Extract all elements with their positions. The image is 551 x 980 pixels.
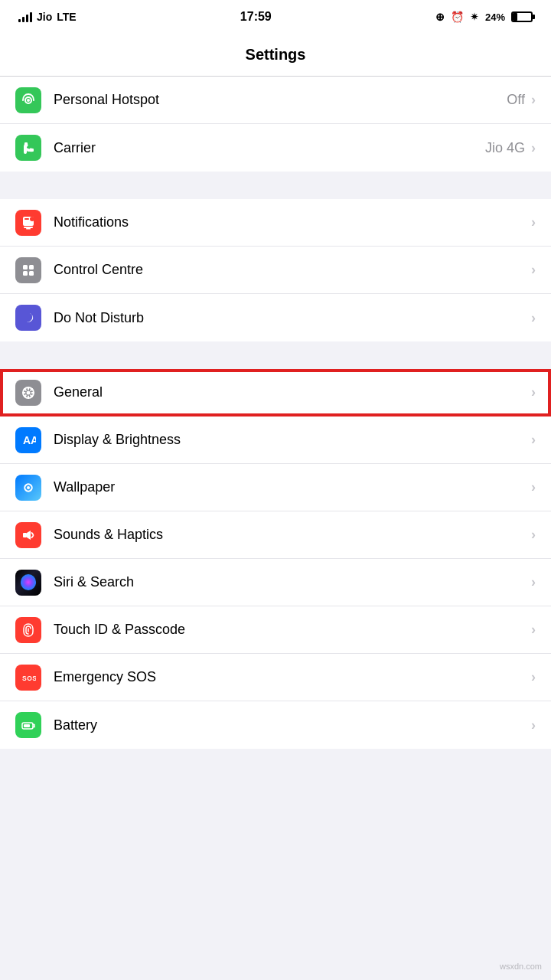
carrier-row-label: Carrier xyxy=(54,140,485,156)
siri-chevron: › xyxy=(531,574,536,590)
sos-label: Emergency SOS xyxy=(54,669,531,685)
svg-text:SOS: SOS xyxy=(22,675,36,682)
battery-fill xyxy=(513,13,517,21)
svg-line-19 xyxy=(31,395,32,397)
section-display: General › AA Display & Brightness › Wal xyxy=(0,369,551,749)
page-title: Settings xyxy=(246,46,306,64)
row-battery[interactable]: Battery › xyxy=(0,701,551,749)
settings-group-connectivity: Personal Hotspot Off › Carrier Jio 4G › xyxy=(0,77,551,172)
svg-line-21 xyxy=(24,395,26,397)
status-right: ⊕ ⏰ ✴ 24% xyxy=(435,11,533,23)
row-emergency-sos[interactable]: SOS Emergency SOS › xyxy=(0,654,551,701)
battery-row-icon xyxy=(15,712,41,738)
display-icon: AA xyxy=(15,427,41,453)
section-system: Notifications › Control Centre › xyxy=(0,199,551,341)
general-chevron: › xyxy=(531,384,536,400)
sos-chevron: › xyxy=(531,669,536,685)
bluetooth-icon: ✴ xyxy=(470,11,479,23)
general-icon xyxy=(15,380,41,406)
svg-rect-6 xyxy=(24,227,33,228)
svg-point-13 xyxy=(27,390,31,394)
notifications-chevron: › xyxy=(531,214,536,230)
carrier-label: Jio xyxy=(37,11,52,23)
row-carrier[interactable]: Carrier Jio 4G › xyxy=(0,124,551,172)
general-label: General xyxy=(54,384,531,400)
personal-hotspot-value: Off xyxy=(507,92,525,108)
display-brightness-label: Display & Brightness xyxy=(54,432,531,448)
row-siri-search[interactable]: Siri & Search › xyxy=(0,559,551,606)
sos-icon: SOS xyxy=(15,665,41,691)
settings-group-display: General › AA Display & Brightness › Wal xyxy=(0,369,551,749)
control-centre-chevron: › xyxy=(531,262,536,278)
dnd-icon xyxy=(15,305,41,331)
svg-point-1 xyxy=(27,99,30,102)
section-connectivity: Personal Hotspot Off › Carrier Jio 4G › xyxy=(0,77,551,172)
siri-icon xyxy=(15,570,41,596)
row-general[interactable]: General › xyxy=(0,369,551,416)
personal-hotspot-icon xyxy=(15,87,41,113)
touchid-label: Touch ID & Passcode xyxy=(54,622,531,638)
svg-rect-25 xyxy=(23,533,27,537)
row-notifications[interactable]: Notifications › xyxy=(0,199,551,247)
dnd-label: Do Not Disturb xyxy=(54,310,531,326)
sounds-chevron: › xyxy=(531,527,536,543)
battery-chevron: › xyxy=(531,717,536,733)
control-centre-label: Control Centre xyxy=(54,262,531,278)
svg-point-24 xyxy=(27,486,30,489)
carrier-icon xyxy=(15,135,41,161)
notifications-icon xyxy=(15,210,41,236)
personal-hotspot-label: Personal Hotspot xyxy=(54,92,507,108)
siri-label: Siri & Search xyxy=(54,574,531,590)
gap-1 xyxy=(0,172,551,199)
alarm-icon: ⏰ xyxy=(451,11,464,23)
status-left: Jio LTE xyxy=(18,11,77,23)
time-display: 17:59 xyxy=(240,10,272,24)
svg-text:AA: AA xyxy=(23,434,36,446)
row-display-brightness[interactable]: AA Display & Brightness › xyxy=(0,416,551,464)
dnd-chevron: › xyxy=(531,310,536,326)
battery-icon xyxy=(511,11,533,22)
battery-percentage: 24% xyxy=(485,11,505,23)
carrier-chevron: › xyxy=(531,140,536,156)
carrier-row-value: Jio 4G xyxy=(485,140,525,156)
row-do-not-disturb[interactable]: Do Not Disturb › xyxy=(0,294,551,341)
touchid-icon xyxy=(15,617,41,643)
svg-line-20 xyxy=(31,389,32,390)
svg-rect-7 xyxy=(26,228,31,230)
svg-rect-28 xyxy=(24,724,30,727)
sounds-icon xyxy=(15,522,41,548)
row-control-centre[interactable]: Control Centre › xyxy=(0,247,551,294)
gap-2 xyxy=(0,341,551,369)
svg-rect-9 xyxy=(29,265,34,270)
svg-rect-10 xyxy=(23,271,28,276)
notifications-label: Notifications xyxy=(54,214,531,230)
nav-header: Settings xyxy=(0,34,551,77)
row-personal-hotspot[interactable]: Personal Hotspot Off › xyxy=(0,77,551,124)
svg-rect-8 xyxy=(23,265,28,270)
touchid-chevron: › xyxy=(531,622,536,638)
wallpaper-label: Wallpaper xyxy=(54,479,531,495)
network-type: LTE xyxy=(57,11,76,23)
svg-line-18 xyxy=(24,389,26,390)
display-brightness-chevron: › xyxy=(531,432,536,448)
status-bar: Jio LTE 17:59 ⊕ ⏰ ✴ 24% xyxy=(0,0,551,34)
row-wallpaper[interactable]: Wallpaper › xyxy=(0,464,551,511)
wallpaper-icon xyxy=(15,475,41,501)
svg-rect-11 xyxy=(29,271,34,276)
svg-rect-4 xyxy=(24,218,29,220)
watermark: wsxdn.com xyxy=(500,962,542,971)
row-sounds-haptics[interactable]: Sounds & Haptics › xyxy=(0,511,551,559)
control-centre-icon xyxy=(15,257,41,283)
location-icon: ⊕ xyxy=(435,11,445,23)
personal-hotspot-chevron: › xyxy=(531,92,536,108)
signal-bars xyxy=(18,11,32,22)
sounds-label: Sounds & Haptics xyxy=(54,527,531,543)
battery-row-label: Battery xyxy=(54,717,531,733)
settings-group-system: Notifications › Control Centre › xyxy=(0,199,551,341)
row-touch-id[interactable]: Touch ID & Passcode › xyxy=(0,606,551,654)
wallpaper-chevron: › xyxy=(531,479,536,495)
svg-point-5 xyxy=(30,217,34,221)
